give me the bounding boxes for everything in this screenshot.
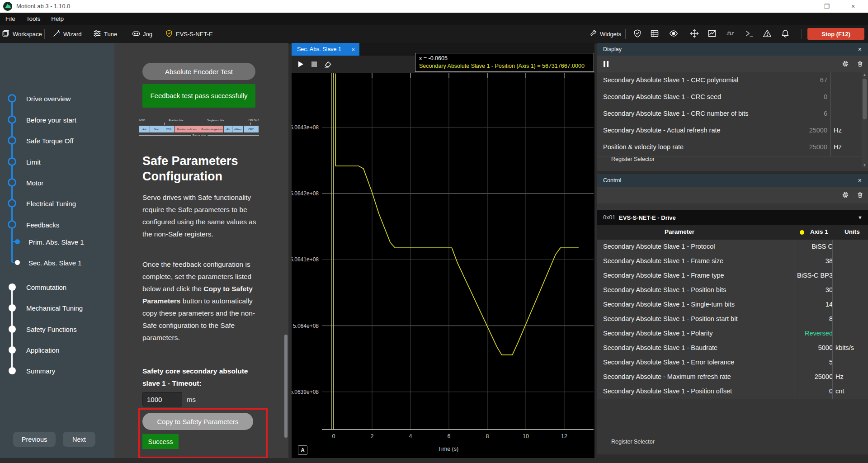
sidebar-step-safety-functions[interactable]: Safety Functions [0, 324, 114, 334]
column-divider [832, 355, 833, 370]
parameter-row[interactable]: Secondary Absolute Slave 1 - ProtocolBiS… [597, 240, 868, 255]
sidebar-step-sec-abs-slave-1[interactable]: Sec. Abs. Slave 1 [0, 258, 114, 268]
display-scrollbar[interactable]: ▲ ▼ [862, 72, 868, 168]
sidebar-step-motor[interactable]: Motor [0, 178, 114, 188]
parameter-row[interactable]: Secondary Absolute Slave 1 - Frame size3… [597, 254, 868, 269]
toolbar-jog-button[interactable]: Jog [132, 25, 152, 43]
menu-tools[interactable]: Tools [21, 13, 46, 25]
restore-button[interactable]: ❐ [816, 0, 837, 13]
toolbar-shield-check-button[interactable] [633, 25, 642, 43]
menu-help[interactable]: Help [46, 13, 69, 25]
scroll-up-icon[interactable]: ▲ [862, 72, 868, 78]
scope-tab-close-icon[interactable]: × [351, 46, 355, 53]
stop-record-button[interactable] [309, 59, 320, 70]
toolbar-watch-eye-button[interactable] [669, 25, 678, 43]
sidebar-step-mechanical-tuning[interactable]: Mechanical Tuning [0, 303, 114, 313]
clear-eraser-button[interactable] [322, 59, 333, 70]
control-panel: Control × 0x01 EVS-S-NET-E - Drive ▼ Par… [597, 174, 868, 454]
control-register-selector-link[interactable]: Register Selector [611, 439, 655, 445]
toolbar-wizard-button[interactable]: Wizard [52, 25, 81, 43]
toolbar-evs-s-net-e-button[interactable]: EVS-S-NET-E [165, 25, 213, 43]
diagram-top-labels: MSBPosition bitsSingleturn bitsLSB Bit 0 [139, 119, 259, 122]
parameter-value[interactable]: 14 [826, 301, 833, 308]
parameter-row[interactable]: Secondary Absolute Slave 1 - Position st… [597, 312, 868, 327]
toolbar-warning-button[interactable] [763, 25, 772, 43]
parameter-value[interactable]: 30 [826, 286, 833, 293]
shield-check-yellow-icon [165, 29, 173, 39]
toolbar-move-button[interactable] [690, 25, 699, 43]
parameter-row[interactable]: Secondary Absolute Slave 1 - Frame typeB… [597, 269, 868, 283]
toolbar-workspace-button[interactable]: Workspace [2, 25, 42, 43]
sidebar-step-feedbacks[interactable]: Feedbacks [0, 220, 114, 230]
play-button[interactable] [295, 59, 306, 70]
control-clear-trash-icon[interactable] [854, 189, 865, 200]
display-settings-gear-icon[interactable] [840, 58, 851, 69]
control-panel-close-icon[interactable]: × [858, 177, 862, 184]
display-row[interactable]: Secondary Absolute Slave 1 - CRC polynom… [597, 72, 861, 90]
diagram-label: Singleturn bits [207, 119, 224, 122]
next-button[interactable]: Next [63, 432, 95, 447]
toolbar-terminal-button[interactable] [745, 25, 754, 43]
autoscale-button[interactable]: A [298, 445, 307, 455]
pause-button[interactable] [600, 58, 611, 69]
step-label: Drive overview [26, 95, 71, 103]
parameter-value[interactable]: 5000 [818, 344, 833, 351]
absolute-encoder-test-button[interactable]: Absolute Encoder Test [142, 63, 255, 80]
sidebar-step-application[interactable]: Application [0, 345, 114, 355]
parameter-row[interactable]: Secondary Absolute Slave 1 - Baudrate500… [597, 341, 868, 356]
tab-sec-abs-slave-1[interactable]: Sec. Abs. Slave 1 × [292, 43, 359, 56]
sidebar-step-prim-abs-slave-1[interactable]: Prim. Abs. Slave 1 [0, 237, 114, 247]
display-row[interactable]: Secondary Absolute - Actual refresh rate… [597, 123, 861, 140]
toolbar-register-table-button[interactable] [650, 25, 659, 43]
scope-plot-area[interactable]: 5.0643e+085.0642e+085.0641e+085.064e+085… [292, 73, 594, 458]
parameter-value[interactable]: 25000 [815, 373, 833, 380]
parameter-value[interactable]: BiSS C [811, 243, 833, 250]
shield-check-icon [633, 29, 642, 39]
parameter-row[interactable]: Secondary Absolute Slave 1 - Position of… [597, 384, 868, 399]
stop-button[interactable]: Stop (F12) [807, 28, 864, 40]
copy-to-safety-parameters-button[interactable]: Copy to Safety Parameters [142, 413, 253, 430]
minimize-button[interactable]: – [790, 0, 811, 13]
sidebar-step-before-your-start[interactable]: Before your start [0, 115, 114, 125]
column-divider [794, 370, 794, 384]
parameter-unit: Hz [835, 373, 844, 380]
toolbar-signal-pulse-button[interactable] [726, 25, 735, 43]
display-row[interactable]: Secondary Absolute Slave 1 - CRC seed0 [597, 89, 861, 106]
timeout-input[interactable] [142, 392, 182, 406]
sidebar-step-safe-torque-off[interactable]: Safe Torque Off [0, 136, 114, 146]
x-tick-label: 2 [371, 433, 374, 439]
parameter-value[interactable]: BiSS-C BP3 [797, 272, 833, 279]
display-register-selector-link[interactable]: Register Selector [611, 156, 655, 162]
x-tick-label: 8 [486, 433, 489, 439]
sidebar-step-summary[interactable]: Summary [0, 366, 114, 376]
toolbar-widgets-button[interactable]: Widgets [590, 25, 621, 43]
parameter-value[interactable]: Reversed [805, 330, 833, 337]
parameter-value[interactable]: 38 [826, 257, 833, 265]
parameter-row[interactable]: Secondary Absolute Slave 1 - PolarityRev… [597, 326, 868, 341]
parameter-row[interactable]: Secondary Absolute Slave 1 - Position bi… [597, 283, 868, 298]
close-button[interactable]: × [843, 0, 863, 13]
drive-section-header[interactable]: 0x01 EVS-S-NET-E - Drive ▼ [597, 210, 868, 225]
display-row[interactable]: Position & velocity loop rate25000Hz [597, 139, 861, 156]
sidebar-step-limit[interactable]: Limit [0, 157, 114, 167]
toolbar-bell-button[interactable] [781, 25, 790, 43]
parameter-row[interactable]: Secondary Absolute Slave 1 - Error toler… [597, 355, 868, 370]
content-scrollbar[interactable] [284, 335, 288, 438]
toolbar-scope-chart-button[interactable] [708, 25, 717, 43]
sidebar-step-commutation[interactable]: Commutation [0, 282, 114, 292]
parameter-row[interactable]: Secondary Absolute - Maximum refresh rat… [597, 370, 868, 385]
chevron-down-icon[interactable]: ▼ [858, 215, 863, 220]
toolbar-label: Tune [104, 31, 117, 38]
parameter-row[interactable]: Secondary Absolute Slave 1 - Single-turn… [597, 298, 868, 312]
display-row[interactable]: Secondary Absolute Slave 1 - CRC number … [597, 106, 861, 123]
display-panel-header: Display × [597, 43, 868, 56]
menu-file[interactable]: File [0, 13, 21, 25]
toolbar-tune-button[interactable]: Tune [93, 25, 117, 43]
control-settings-gear-icon[interactable] [840, 189, 851, 200]
display-panel-close-icon[interactable]: × [858, 46, 862, 53]
scroll-down-icon[interactable]: ▼ [862, 163, 868, 168]
previous-button[interactable]: Previous [13, 432, 56, 447]
sidebar-step-electrical-tuning[interactable]: Electrical Tuning [0, 198, 114, 208]
sidebar-step-drive-overview[interactable]: Drive overview [0, 94, 114, 104]
display-clear-trash-icon[interactable] [854, 58, 865, 69]
